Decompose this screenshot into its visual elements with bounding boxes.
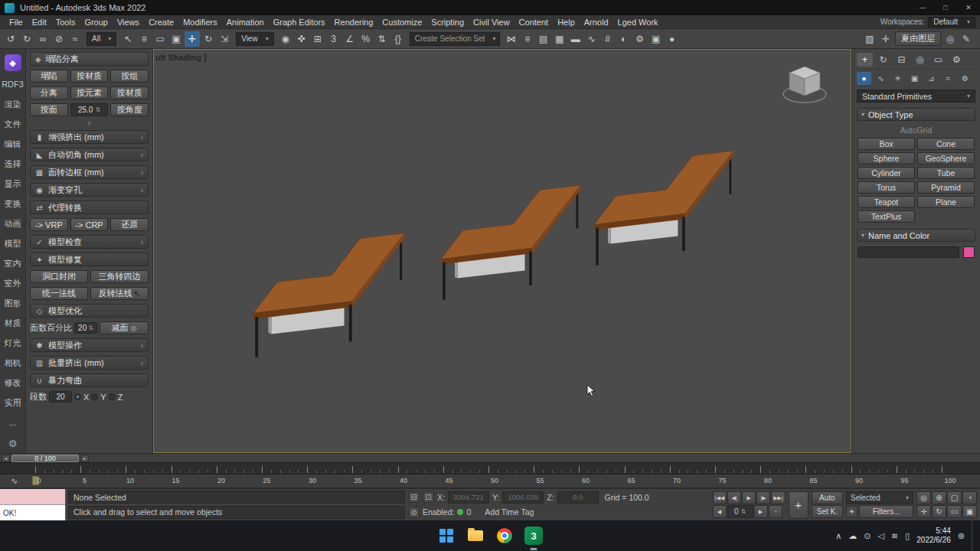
time-slider[interactable]: ◂ 0 / 100 ▸: [0, 453, 980, 462]
dock-item[interactable]: 变换: [0, 194, 25, 214]
network-icon[interactable]: ≋: [891, 531, 898, 541]
filters-button[interactable]: Filters...: [859, 505, 913, 518]
axis-y-radio[interactable]: [91, 393, 98, 400]
ribbon-icon[interactable]: ▬: [568, 31, 583, 47]
by-angle-button[interactable]: 按角度: [110, 103, 149, 116]
primitive-button[interactable]: Torus: [858, 181, 915, 194]
set-keys-big-button[interactable]: +: [789, 491, 808, 519]
key-filters-icon[interactable]: ✦: [846, 506, 858, 517]
adaptive-degradation-icon[interactable]: ⊘: [408, 507, 420, 518]
menu-item[interactable]: Content: [514, 18, 554, 27]
geometry-subtab[interactable]: ●: [857, 72, 871, 85]
zoom-region-icon[interactable]: ▭: [947, 505, 962, 518]
select-and-link-icon[interactable]: ∞: [35, 31, 51, 47]
close-button[interactable]: ✕: [957, 0, 980, 15]
name-color-rollout[interactable]: ▾ Name and Color: [857, 229, 975, 242]
keyboard-override-icon[interactable]: ⊞: [310, 31, 325, 47]
cameras-subtab[interactable]: ▣: [907, 72, 922, 85]
scene-explorer-icon[interactable]: ▤: [536, 31, 551, 47]
plugin-header[interactable]: ◈ 塌陷分离: [30, 52, 149, 66]
primitive-button[interactable]: Cylinder: [858, 167, 915, 179]
rollout-model-ops[interactable]: ✱ 模型操作 ›: [30, 338, 149, 352]
record-tool-icon[interactable]: ◎: [942, 31, 958, 47]
3dsmax-taskbar-icon[interactable]: 3: [524, 526, 544, 546]
dock-item[interactable]: 选择: [0, 154, 25, 174]
redo-icon[interactable]: ↻: [19, 31, 34, 47]
play-button[interactable]: ▶: [742, 491, 756, 504]
chrome-icon[interactable]: [495, 526, 514, 546]
by-face-button[interactable]: 按面: [30, 103, 68, 116]
annotate-tool-icon[interactable]: ✎: [959, 31, 974, 47]
menu-item[interactable]: Lged Work: [613, 18, 663, 27]
face-angle-spinner[interactable]: 25.0 ⇅: [70, 103, 109, 116]
next-frame-button[interactable]: |▶: [756, 491, 770, 504]
viewcube[interactable]: [780, 62, 829, 106]
notification-icon[interactable]: ⊛: [958, 531, 965, 541]
rendered-frame-icon[interactable]: ▣: [648, 31, 664, 47]
pan-icon[interactable]: ✛: [916, 505, 931, 518]
collapse-by-group-button[interactable]: 按组: [110, 70, 149, 83]
fov-icon[interactable]: ◔: [962, 491, 977, 504]
rollout-auto-chamfer[interactable]: ◣ 自动切角 (mm) ›: [30, 148, 149, 161]
rollout-proxy-convert[interactable]: ⇄ 代理转换: [30, 201, 149, 214]
volume-icon[interactable]: ◁: [878, 531, 884, 541]
taskbar-clock[interactable]: 5:44 2022/6/26: [916, 527, 951, 545]
panel-collapse-chevron[interactable]: ▿: [30, 120, 149, 126]
pin-tool-icon[interactable]: ✛: [878, 31, 893, 47]
flip-normals-button[interactable]: 反转法线 ↖: [90, 287, 149, 300]
dock-item[interactable]: 模型: [0, 233, 25, 253]
select-by-name-icon[interactable]: ≡: [136, 31, 152, 47]
primitive-button[interactable]: Teapot: [858, 196, 915, 208]
systems-subtab[interactable]: ⚙: [958, 72, 972, 85]
menu-item[interactable]: Tools: [51, 18, 80, 27]
menu-item[interactable]: Customize: [377, 18, 426, 27]
object-type-rollout[interactable]: ▾ Object Type: [857, 108, 975, 121]
hierarchy-tab[interactable]: ⊟: [893, 53, 910, 67]
primitive-button[interactable]: Box: [858, 138, 915, 150]
dock-item[interactable]: 图形: [0, 293, 25, 313]
render-production-icon[interactable]: ●: [665, 31, 680, 47]
isolate-selection-icon[interactable]: ⊟: [408, 491, 420, 503]
primitive-button[interactable]: Pyramid: [917, 181, 975, 194]
menu-item[interactable]: Group: [80, 18, 113, 27]
collapse-button[interactable]: 塌陷: [30, 70, 68, 83]
current-frame-field[interactable]: 0 ⇅: [727, 505, 753, 518]
maximize-button[interactable]: □: [934, 0, 957, 15]
time-back-button[interactable]: ◂: [2, 455, 10, 462]
detach-by-material-button[interactable]: 按材质: [110, 86, 149, 99]
rollout-force-bend[interactable]: ∪ 暴力弯曲: [30, 373, 149, 387]
go-to-start-button[interactable]: |◀◀: [713, 491, 727, 504]
align-icon[interactable]: ≡: [520, 31, 535, 47]
primitive-button[interactable]: Sphere: [858, 152, 915, 165]
bind-to-space-warp-icon[interactable]: ≈: [67, 31, 83, 47]
menu-item[interactable]: Rendering: [330, 18, 378, 27]
dock-item[interactable]: 室外: [0, 273, 25, 293]
create-tab[interactable]: +: [857, 53, 873, 67]
rectangular-selection-icon[interactable]: ▭: [152, 31, 168, 47]
restore-button[interactable]: 还原: [110, 218, 149, 231]
dock-item[interactable]: 编辑: [0, 134, 25, 154]
primitive-category-dropdown[interactable]: Standard Primitives ▾: [857, 90, 975, 103]
previous-frame-button[interactable]: ◀|: [727, 491, 741, 504]
primitive-button[interactable]: Cone: [917, 138, 975, 150]
dock-item[interactable]: 动画: [0, 214, 25, 233]
select-and-rotate-icon[interactable]: ↻: [201, 31, 216, 47]
detach-button[interactable]: 分离: [30, 86, 68, 99]
unlink-selection-icon[interactable]: ⊘: [51, 31, 67, 47]
file-explorer-icon[interactable]: [466, 526, 485, 546]
reference-coordinate-dropdown[interactable]: View ▾: [236, 32, 274, 46]
go-to-end-button[interactable]: ▶▶|: [771, 491, 786, 504]
battery-icon[interactable]: ▯: [905, 531, 910, 541]
rollout-gradient-holes[interactable]: ◉ 渐变穿孔 ›: [30, 183, 149, 197]
menu-item[interactable]: Help: [553, 18, 580, 27]
y-coordinate-field[interactable]: 1006.039: [502, 491, 544, 504]
menu-item[interactable]: Views: [113, 18, 144, 27]
time-configuration-icon[interactable]: ◔: [769, 505, 782, 518]
reduce-faces-button[interactable]: 减面 ◎: [100, 321, 149, 334]
orbit-icon[interactable]: ↻: [932, 505, 946, 518]
display-tab[interactable]: ▭: [930, 53, 946, 67]
space-warps-subtab[interactable]: ≈: [941, 72, 956, 85]
layer-panel-icon[interactable]: ▧: [862, 31, 877, 47]
tray-expand-icon[interactable]: ∧: [835, 531, 841, 541]
zoom-extents-icon[interactable]: ▢: [947, 491, 962, 504]
